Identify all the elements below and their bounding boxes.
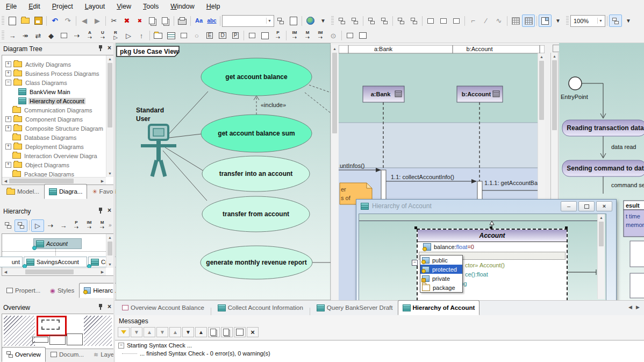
tab-scroll-left-icon[interactable]: ◀: [628, 304, 632, 310]
usecase-diagram-canvas[interactable]: «include» get account balance get accoun…: [116, 43, 331, 300]
tab-properties[interactable]: Propert...: [2, 283, 45, 298]
primitive-button[interactable]: P: [229, 30, 242, 42]
hierarchy-vscrollbar[interactable]: ▲ ▼: [106, 234, 113, 268]
expand-icon[interactable]: +: [5, 70, 11, 76]
tree-item-class[interactable]: −Class Diagrams: [2, 78, 106, 87]
show-associations-button[interactable]: →: [57, 219, 70, 232]
expand-icon[interactable]: +: [5, 144, 11, 150]
find-button[interactable]: Aa: [192, 15, 205, 27]
snap-to-grid-button[interactable]: [522, 15, 535, 27]
floating-window-hierarchy-of-account[interactable]: Hierarchy of Account – × Account: [356, 199, 617, 302]
tab-documentation[interactable]: Docum...: [46, 347, 89, 362]
tab-model[interactable]: Model...: [2, 184, 44, 199]
same-height-button[interactable]: [437, 15, 450, 27]
floating-vscrollbar[interactable]: ▲: [597, 214, 605, 299]
realization-button[interactable]: R▷: [109, 30, 122, 42]
scroll-thumb[interactable]: [108, 242, 112, 255]
dependency-button[interactable]: ⇢: [70, 30, 83, 42]
back-button[interactable]: ◀: [78, 15, 91, 27]
artifact-button[interactable]: [259, 30, 271, 42]
close-icon[interactable]: ×: [108, 303, 111, 310]
scroll-up-icon[interactable]: ▲: [106, 55, 113, 62]
component-button[interactable]: [246, 30, 259, 42]
usecase-vscrollbar[interactable]: ▲: [331, 45, 338, 300]
scroll-thumb[interactable]: [108, 63, 112, 127]
show-profiles-button[interactable]: P⇢: [70, 219, 83, 232]
scroll-down-icon[interactable]: ▼: [106, 170, 113, 177]
message-line-2[interactable]: ... finished Syntax Check - 0 error(s), …: [115, 349, 644, 357]
overview-viewport[interactable]: [37, 316, 67, 336]
save-button[interactable]: [32, 15, 45, 27]
hierarchy-hscrollbar[interactable]: ◀ ▶: [2, 268, 106, 275]
menu-layout[interactable]: Layout: [79, 1, 111, 12]
generalization-button[interactable]: ▷: [122, 30, 135, 42]
class-header[interactable]: Account: [418, 230, 567, 242]
enumeration-button[interactable]: E: [203, 30, 216, 42]
doc-tab-collect-account-information[interactable]: Collect Account Information: [213, 300, 308, 315]
clear-messages-button[interactable]: ×: [247, 327, 259, 337]
scroll-up-icon[interactable]: ▲: [538, 53, 545, 60]
pin-icon[interactable]: [98, 207, 103, 214]
tree-item-composite[interactable]: +Composite Structure Diagram: [2, 124, 106, 133]
tab-diagrams[interactable]: Diagra...: [44, 184, 87, 199]
toolbar-more-icon[interactable]: »: [109, 223, 112, 228]
combo-dropdown-icon[interactable]: ▼: [266, 18, 273, 24]
package-button[interactable]: [152, 30, 164, 42]
import-model-button[interactable]: IM⇢: [288, 30, 301, 42]
profile-apply-button[interactable]: P⇢: [271, 30, 284, 42]
collapse-compartment-icon[interactable]: −: [412, 260, 418, 266]
menu-file[interactable]: File: [0, 1, 23, 12]
replace-button[interactable]: abc: [205, 15, 218, 27]
menu-item-package[interactable]: package: [420, 283, 462, 292]
straight-line-button[interactable]: ∕: [480, 15, 492, 27]
doc-tab-hierarchy-of-account[interactable]: Hierarchy of Account: [398, 300, 480, 315]
composition-button[interactable]: ◆: [45, 30, 58, 42]
scroll-thumb[interactable]: [332, 53, 337, 133]
find-in-model-button[interactable]: [274, 15, 287, 27]
magnifier-button[interactable]: ⊙: [327, 30, 340, 42]
visibility-context-menu[interactable]: public protected private package: [420, 255, 463, 293]
restore-button[interactable]: [578, 201, 595, 211]
tree-item-business[interactable]: +Business Process Diagrams: [2, 69, 106, 78]
scroll-up-icon[interactable]: ▲: [106, 234, 113, 241]
directed-association-button[interactable]: ↠: [19, 30, 32, 42]
messages-content[interactable]: − Starting Syntax Check ... ... finished…: [115, 340, 644, 362]
menu-project[interactable]: Project: [46, 1, 79, 12]
expand-icon[interactable]: +: [5, 162, 11, 168]
tree-item-component[interactable]: +Component Diagrams: [2, 115, 106, 124]
toolbar-overflow-button-2[interactable]: ▼: [552, 15, 564, 27]
scroll-thumb[interactable]: [9, 179, 74, 183]
scroll-thumb[interactable]: [25, 269, 74, 274]
paste-button[interactable]: [159, 15, 172, 27]
toolbar-grip[interactable]: [566, 16, 569, 26]
copy-line-button[interactable]: [208, 327, 220, 337]
tree-item-interaction[interactable]: Interaction Overview Diagra: [2, 151, 106, 160]
open-file-button[interactable]: [19, 15, 32, 27]
menu-item-private[interactable]: private: [420, 274, 462, 283]
diagram-tree-vscrollbar[interactable]: ▲ ▼: [106, 55, 113, 177]
aggregation-button[interactable]: ⇄: [32, 30, 45, 42]
delete-from-diagram-button[interactable]: ✖: [133, 15, 146, 27]
menu-item-public[interactable]: public: [420, 255, 462, 265]
close-button[interactable]: ×: [596, 201, 612, 211]
tree-item-object[interactable]: +Object Diagrams: [2, 160, 106, 169]
tree-item-communication[interactable]: Communication Diagrams: [2, 105, 106, 115]
import-2-button[interactable]: IM⇢: [314, 30, 327, 42]
toolbar-overflow-button-3[interactable]: ▼: [622, 15, 635, 27]
last-message-button[interactable]: ▼: [182, 327, 194, 337]
find-in-files-button[interactable]: [287, 15, 300, 27]
scroll-thumb[interactable]: [552, 60, 557, 130]
minimize-button[interactable]: –: [561, 201, 577, 211]
menu-view[interactable]: View: [111, 1, 137, 12]
entry-point-node[interactable]: [569, 77, 582, 90]
close-icon[interactable]: ×: [108, 45, 111, 51]
doc-tab-query-bankserver-draft[interactable]: Query BankServer Draft: [312, 300, 398, 315]
pin-icon[interactable]: [98, 45, 103, 51]
zoom-dropdown-icon[interactable]: ▼: [597, 18, 604, 24]
tab-styles[interactable]: ◉Styles: [45, 283, 79, 298]
align-bottom-button[interactable]: [378, 15, 391, 27]
next-error-button[interactable]: ▼: [156, 327, 168, 337]
scroll-thumb[interactable]: [599, 222, 604, 246]
close-icon[interactable]: ×: [108, 207, 111, 214]
note-link-button[interactable]: [356, 30, 369, 42]
